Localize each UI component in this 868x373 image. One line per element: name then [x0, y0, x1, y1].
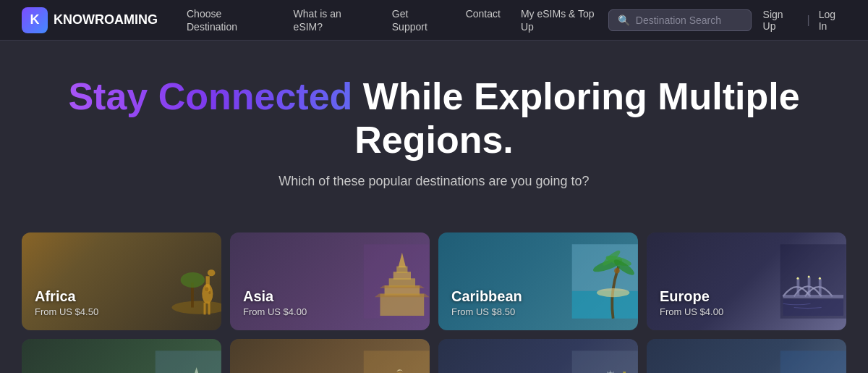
- nav-item-get-support[interactable]: Get Support: [392, 7, 446, 33]
- nav-link-get-support[interactable]: Get Support: [392, 8, 427, 33]
- log-in-link[interactable]: Log In: [819, 9, 846, 32]
- destination-card-north-america[interactable]: North America From US $4.00: [438, 339, 638, 373]
- destination-card-asia[interactable]: Asia From US $4.00: [230, 232, 430, 330]
- hero-title-plain: While Exploring Multiple Regions.: [352, 75, 799, 161]
- nav-auth: Sign Up | Log In: [763, 9, 846, 32]
- card-content-latam: LATAM From US $4.50: [22, 339, 221, 373]
- search-bar[interactable]: 🔍: [608, 9, 752, 31]
- card-title-africa: Africa: [35, 288, 208, 305]
- search-input[interactable]: [636, 14, 742, 26]
- card-title-europe: Europe: [660, 288, 833, 305]
- destination-card-europe[interactable]: Europe From US $4.00: [647, 232, 846, 330]
- hero-title-gradient: Stay Connected: [68, 75, 352, 117]
- auth-divider: |: [807, 14, 810, 27]
- logo-text: KNOWROAMING: [54, 12, 158, 28]
- nav-item-contact[interactable]: Contact: [466, 7, 501, 33]
- nav-item-choose-destination[interactable]: Choose Destination: [187, 7, 273, 33]
- search-icon: 🔍: [618, 14, 630, 26]
- destination-card-latam[interactable]: LATAM From US $4.50: [22, 339, 221, 373]
- card-content-europe: Europe From US $4.00: [647, 232, 846, 330]
- nav-right: 🔍 Sign Up | Log In: [608, 9, 846, 32]
- nav-link-contact[interactable]: Contact: [466, 8, 501, 20]
- hero-section: Stay Connected While Exploring Multiple …: [0, 41, 868, 232]
- hero-title: Stay Connected While Exploring Multiple …: [29, 75, 839, 162]
- destination-cards-row2: LATAM From US $4.50: [0, 339, 868, 373]
- card-price-europe: From US $4.00: [660, 306, 833, 317]
- destination-cards-row1: Africa From US $4.50 Asia From US $4.00: [0, 232, 868, 339]
- logo-icon: K: [22, 7, 48, 33]
- destination-card-caribbean[interactable]: Caribbean From US $8.50: [438, 232, 638, 330]
- nav-left: K KNOWROAMING Choose Destination What is…: [22, 7, 608, 33]
- card-title-asia: Asia: [243, 288, 417, 305]
- destination-card-oceania[interactable]: Oceania From US $4.00: [647, 339, 846, 373]
- card-content-north-america: North America From US $4.00: [438, 339, 638, 373]
- sign-up-link[interactable]: Sign Up: [763, 9, 799, 32]
- navbar: K KNOWROAMING Choose Destination What is…: [0, 0, 868, 41]
- nav-link-what-is-esim[interactable]: What is an eSIM?: [294, 8, 341, 33]
- card-content-oceania: Oceania From US $4.00: [647, 339, 846, 373]
- nav-link-my-esims[interactable]: My eSIMs & Top Up: [521, 8, 595, 33]
- card-content-middle-east: Middle East From US $4.00: [230, 339, 430, 373]
- nav-links: Choose Destination What is an eSIM? Get …: [187, 7, 608, 33]
- card-content-caribbean: Caribbean From US $8.50: [438, 232, 638, 330]
- card-title-caribbean: Caribbean: [451, 288, 625, 305]
- destination-card-africa[interactable]: Africa From US $4.50: [22, 232, 221, 330]
- nav-link-choose-destination[interactable]: Choose Destination: [187, 8, 237, 33]
- nav-item-what-is-esim[interactable]: What is an eSIM?: [294, 7, 372, 33]
- card-price-caribbean: From US $8.50: [451, 306, 625, 317]
- card-price-africa: From US $4.50: [35, 306, 208, 317]
- card-content-asia: Asia From US $4.00: [230, 232, 430, 330]
- hero-subtitle: Which of these popular destinations are …: [29, 174, 839, 189]
- logo[interactable]: K KNOWROAMING: [22, 7, 158, 33]
- card-price-asia: From US $4.00: [243, 306, 417, 317]
- card-content-africa: Africa From US $4.50: [22, 232, 221, 330]
- destination-card-middle-east[interactable]: Middle East From US $4.00: [230, 339, 430, 373]
- nav-item-my-esims[interactable]: My eSIMs & Top Up: [521, 7, 608, 33]
